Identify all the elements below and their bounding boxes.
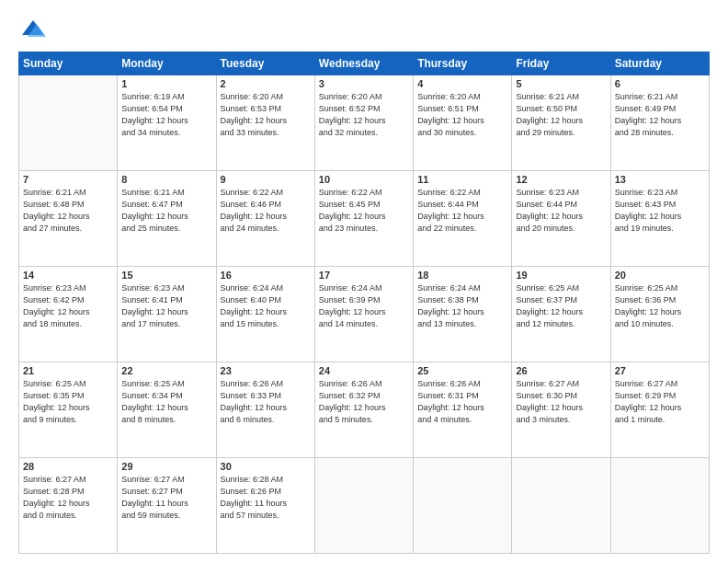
calendar-day-cell: 20Sunrise: 6:25 AM Sunset: 6:36 PM Dayli…: [610, 267, 709, 362]
calendar-day-cell: 25Sunrise: 6:26 AM Sunset: 6:31 PM Dayli…: [414, 362, 512, 458]
calendar-day-cell: [314, 458, 413, 554]
calendar-day-cell: [414, 458, 512, 554]
calendar-day-cell: 23Sunrise: 6:26 AM Sunset: 6:33 PM Dayli…: [216, 362, 314, 458]
calendar-day-cell: 14Sunrise: 6:23 AM Sunset: 6:42 PM Dayli…: [19, 267, 118, 362]
calendar-weekday-header: Thursday: [414, 52, 512, 75]
calendar-day-cell: 19Sunrise: 6:25 AM Sunset: 6:37 PM Dayli…: [512, 267, 610, 362]
calendar-header-row: SundayMondayTuesdayWednesdayThursdayFrid…: [19, 52, 710, 75]
calendar-day-cell: 17Sunrise: 6:24 AM Sunset: 6:39 PM Dayli…: [314, 267, 413, 362]
calendar-week-row: 1Sunrise: 6:19 AM Sunset: 6:54 PM Daylig…: [19, 75, 710, 171]
calendar-week-row: 14Sunrise: 6:23 AM Sunset: 6:42 PM Dayli…: [19, 267, 710, 362]
day-number: 3: [319, 78, 409, 89]
day-info: Sunrise: 6:27 AM Sunset: 6:30 PM Dayligh…: [516, 378, 606, 426]
calendar-day-cell: 12Sunrise: 6:23 AM Sunset: 6:44 PM Dayli…: [512, 171, 610, 267]
day-info: Sunrise: 6:22 AM Sunset: 6:45 PM Dayligh…: [319, 187, 409, 235]
calendar-day-cell: 26Sunrise: 6:27 AM Sunset: 6:30 PM Dayli…: [512, 362, 610, 458]
day-info: Sunrise: 6:26 AM Sunset: 6:32 PM Dayligh…: [319, 378, 409, 426]
day-number: 2: [221, 78, 311, 89]
day-info: Sunrise: 6:23 AM Sunset: 6:42 PM Dayligh…: [23, 282, 113, 330]
day-info: Sunrise: 6:24 AM Sunset: 6:38 PM Dayligh…: [417, 282, 507, 330]
day-number: 7: [23, 174, 113, 185]
calendar-day-cell: 9Sunrise: 6:22 AM Sunset: 6:46 PM Daylig…: [216, 171, 314, 267]
calendar-weekday-header: Friday: [512, 52, 610, 75]
calendar-day-cell: 8Sunrise: 6:21 AM Sunset: 6:47 PM Daylig…: [118, 171, 216, 267]
day-info: Sunrise: 6:20 AM Sunset: 6:52 PM Dayligh…: [319, 91, 409, 139]
day-info: Sunrise: 6:28 AM Sunset: 6:26 PM Dayligh…: [221, 474, 311, 522]
calendar-day-cell: 28Sunrise: 6:27 AM Sunset: 6:28 PM Dayli…: [19, 458, 118, 554]
day-info: Sunrise: 6:27 AM Sunset: 6:28 PM Dayligh…: [23, 474, 113, 522]
calendar-weekday-header: Monday: [118, 52, 216, 75]
day-number: 11: [417, 174, 507, 185]
calendar-weekday-header: Saturday: [610, 52, 709, 75]
calendar-day-cell: [19, 75, 118, 171]
calendar-day-cell: 13Sunrise: 6:23 AM Sunset: 6:43 PM Dayli…: [610, 171, 709, 267]
calendar-day-cell: 21Sunrise: 6:25 AM Sunset: 6:35 PM Dayli…: [19, 362, 118, 458]
page: SundayMondayTuesdayWednesdayThursdayFrid…: [0, 0, 728, 563]
day-info: Sunrise: 6:23 AM Sunset: 6:43 PM Dayligh…: [615, 187, 705, 235]
calendar-day-cell: 24Sunrise: 6:26 AM Sunset: 6:32 PM Dayli…: [314, 362, 413, 458]
calendar-day-cell: 16Sunrise: 6:24 AM Sunset: 6:40 PM Dayli…: [216, 267, 314, 362]
day-info: Sunrise: 6:27 AM Sunset: 6:27 PM Dayligh…: [121, 474, 211, 522]
day-number: 1: [121, 78, 211, 89]
day-info: Sunrise: 6:21 AM Sunset: 6:48 PM Dayligh…: [23, 187, 113, 235]
day-number: 5: [516, 78, 606, 89]
calendar-week-row: 7Sunrise: 6:21 AM Sunset: 6:48 PM Daylig…: [19, 171, 710, 267]
calendar-day-cell: 27Sunrise: 6:27 AM Sunset: 6:29 PM Dayli…: [610, 362, 709, 458]
day-number: 16: [221, 270, 311, 281]
day-number: 8: [121, 174, 211, 185]
calendar-weekday-header: Tuesday: [216, 52, 314, 75]
logo-icon: [20, 17, 46, 42]
calendar-weekday-header: Sunday: [19, 52, 118, 75]
day-info: Sunrise: 6:21 AM Sunset: 6:49 PM Dayligh…: [615, 91, 705, 139]
calendar-day-cell: 18Sunrise: 6:24 AM Sunset: 6:38 PM Dayli…: [414, 267, 512, 362]
logo: [18, 17, 46, 42]
day-info: Sunrise: 6:21 AM Sunset: 6:47 PM Dayligh…: [121, 187, 211, 235]
calendar-day-cell: 15Sunrise: 6:23 AM Sunset: 6:41 PM Dayli…: [118, 267, 216, 362]
day-number: 27: [615, 365, 705, 376]
day-number: 9: [221, 174, 311, 185]
day-info: Sunrise: 6:21 AM Sunset: 6:50 PM Dayligh…: [516, 91, 606, 139]
day-number: 4: [417, 78, 507, 89]
day-info: Sunrise: 6:20 AM Sunset: 6:53 PM Dayligh…: [221, 91, 311, 139]
calendar-day-cell: 5Sunrise: 6:21 AM Sunset: 6:50 PM Daylig…: [512, 75, 610, 171]
day-info: Sunrise: 6:25 AM Sunset: 6:34 PM Dayligh…: [121, 378, 211, 426]
day-number: 17: [319, 270, 409, 281]
calendar-day-cell: 7Sunrise: 6:21 AM Sunset: 6:48 PM Daylig…: [19, 171, 118, 267]
day-number: 15: [121, 270, 211, 281]
day-number: 24: [319, 365, 409, 376]
calendar-table: SundayMondayTuesdayWednesdayThursdayFrid…: [18, 52, 710, 554]
day-info: Sunrise: 6:27 AM Sunset: 6:29 PM Dayligh…: [615, 378, 705, 426]
day-info: Sunrise: 6:25 AM Sunset: 6:35 PM Dayligh…: [23, 378, 113, 426]
day-info: Sunrise: 6:23 AM Sunset: 6:41 PM Dayligh…: [121, 282, 211, 330]
calendar-week-row: 28Sunrise: 6:27 AM Sunset: 6:28 PM Dayli…: [19, 458, 710, 554]
day-number: 22: [121, 365, 211, 376]
calendar-day-cell: 10Sunrise: 6:22 AM Sunset: 6:45 PM Dayli…: [314, 171, 413, 267]
day-number: 14: [23, 270, 113, 281]
calendar-day-cell: 4Sunrise: 6:20 AM Sunset: 6:51 PM Daylig…: [414, 75, 512, 171]
day-info: Sunrise: 6:25 AM Sunset: 6:37 PM Dayligh…: [516, 282, 606, 330]
day-number: 21: [23, 365, 113, 376]
calendar-week-row: 21Sunrise: 6:25 AM Sunset: 6:35 PM Dayli…: [19, 362, 710, 458]
calendar-day-cell: 1Sunrise: 6:19 AM Sunset: 6:54 PM Daylig…: [118, 75, 216, 171]
calendar-day-cell: 6Sunrise: 6:21 AM Sunset: 6:49 PM Daylig…: [610, 75, 709, 171]
day-number: 18: [417, 270, 507, 281]
day-number: 20: [615, 270, 705, 281]
calendar-day-cell: 11Sunrise: 6:22 AM Sunset: 6:44 PM Dayli…: [414, 171, 512, 267]
calendar-day-cell: 2Sunrise: 6:20 AM Sunset: 6:53 PM Daylig…: [216, 75, 314, 171]
day-info: Sunrise: 6:26 AM Sunset: 6:33 PM Dayligh…: [221, 378, 311, 426]
day-number: 19: [516, 270, 606, 281]
day-number: 26: [516, 365, 606, 376]
calendar-day-cell: 29Sunrise: 6:27 AM Sunset: 6:27 PM Dayli…: [118, 458, 216, 554]
day-info: Sunrise: 6:20 AM Sunset: 6:51 PM Dayligh…: [417, 91, 507, 139]
day-number: 13: [615, 174, 705, 185]
day-info: Sunrise: 6:25 AM Sunset: 6:36 PM Dayligh…: [615, 282, 705, 330]
calendar-day-cell: 3Sunrise: 6:20 AM Sunset: 6:52 PM Daylig…: [314, 75, 413, 171]
day-info: Sunrise: 6:24 AM Sunset: 6:40 PM Dayligh…: [221, 282, 311, 330]
day-number: 25: [417, 365, 507, 376]
day-number: 10: [319, 174, 409, 185]
day-info: Sunrise: 6:26 AM Sunset: 6:31 PM Dayligh…: [417, 378, 507, 426]
day-info: Sunrise: 6:22 AM Sunset: 6:44 PM Dayligh…: [417, 187, 507, 235]
day-number: 30: [221, 461, 311, 472]
calendar-day-cell: 22Sunrise: 6:25 AM Sunset: 6:34 PM Dayli…: [118, 362, 216, 458]
calendar-day-cell: 30Sunrise: 6:28 AM Sunset: 6:26 PM Dayli…: [216, 458, 314, 554]
